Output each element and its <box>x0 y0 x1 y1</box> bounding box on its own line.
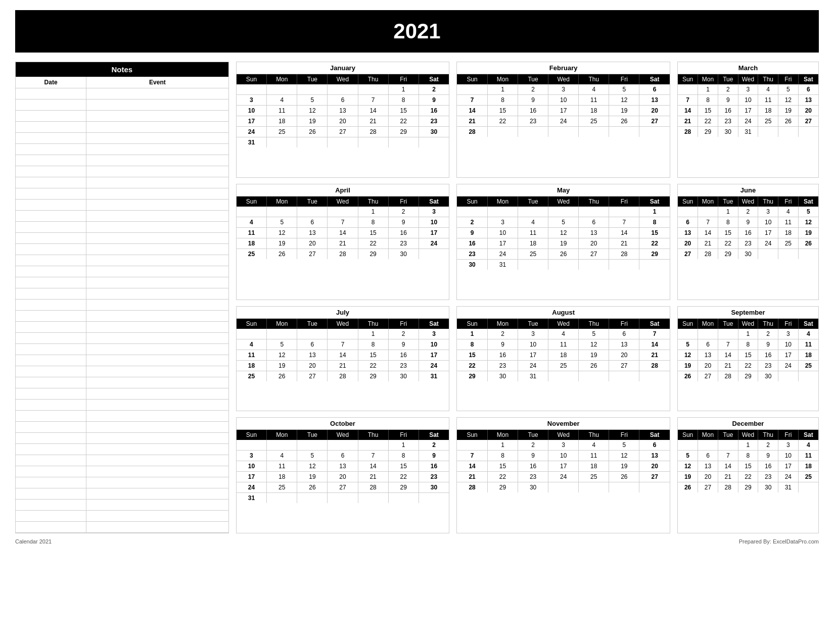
day-header: Fri <box>778 430 799 440</box>
cal-table: SunMonTueWedThuFriSat1234567891011121314… <box>678 319 818 381</box>
cal-day: 27 <box>328 482 358 493</box>
cal-day: 15 <box>487 106 518 116</box>
cal-day: 26 <box>678 482 698 493</box>
cal-day: 24 <box>738 116 758 127</box>
cal-day: 29 <box>487 482 518 493</box>
cal-day: 4 <box>548 329 579 339</box>
cal-day: 19 <box>579 350 609 360</box>
cal-day: 30 <box>758 482 778 493</box>
cal-day: 4 <box>798 329 818 339</box>
notes-row <box>16 188 228 200</box>
cal-day <box>678 440 698 451</box>
cal-day: 31 <box>237 493 267 504</box>
notes-event-cell <box>86 122 228 132</box>
notes-event-cell <box>86 222 228 232</box>
cal-day: 16 <box>758 350 778 360</box>
cal-day: 3 <box>237 451 267 461</box>
notes-event-cell <box>86 333 228 343</box>
cal-day: 28 <box>358 127 388 137</box>
cal-day: 7 <box>609 217 639 227</box>
cal-day: 9 <box>419 95 449 106</box>
footer-left: Calendar 2021 <box>15 538 52 544</box>
cal-day: 5 <box>609 84 639 95</box>
cal-day: 11 <box>267 106 297 116</box>
cal-day: 10 <box>758 217 778 227</box>
cal-day: 12 <box>798 217 818 227</box>
cal-day: 10 <box>237 461 267 472</box>
cal-day <box>798 249 818 259</box>
day-header: Wed <box>548 319 579 329</box>
cal-day: 21 <box>718 360 738 371</box>
year-header: 2021 <box>15 10 819 53</box>
cal-day: 6 <box>609 329 639 339</box>
cal-table: SunMonTueWedThuFriSat1234567891011121314… <box>237 196 449 259</box>
day-header: Wed <box>548 196 579 207</box>
cal-day <box>328 493 358 504</box>
cal-day: 10 <box>419 339 449 350</box>
notes-row <box>16 522 228 533</box>
cal-day <box>609 371 639 381</box>
cal-day: 22 <box>388 472 419 482</box>
cal-day: 7 <box>698 217 718 227</box>
cal-table: SunMonTueWedThuFriSat1234567891011121314… <box>237 319 449 381</box>
cal-day: 29 <box>358 371 388 381</box>
day-header: Tue <box>297 74 328 84</box>
notes-row <box>16 122 228 133</box>
month-title: January <box>237 62 449 74</box>
day-header: Wed <box>738 196 758 207</box>
day-header: Tue <box>518 196 548 207</box>
notes-row <box>16 166 228 177</box>
notes-date-cell <box>16 377 86 388</box>
cal-day: 28 <box>457 127 487 137</box>
cal-day: 8 <box>487 451 518 461</box>
cal-day: 23 <box>457 249 487 259</box>
cal-day: 10 <box>738 95 758 106</box>
day-header: Sun <box>457 430 487 440</box>
month-block-june: JuneSunMonTueWedThuFriSat123456789101112… <box>677 184 819 300</box>
cal-day: 29 <box>738 371 758 381</box>
cal-day: 22 <box>487 116 518 127</box>
day-header: Fri <box>778 74 799 84</box>
cal-day: 24 <box>778 360 799 371</box>
cal-day: 27 <box>798 116 818 127</box>
cal-day: 8 <box>738 339 758 350</box>
cal-day: 19 <box>778 106 799 116</box>
cal-table: SunMonTueWedThuFriSat1234567891011121314… <box>457 430 670 492</box>
cal-day: 9 <box>457 227 487 238</box>
cal-day: 14 <box>328 227 358 238</box>
cal-day: 6 <box>698 451 718 461</box>
day-header: Wed <box>548 430 579 440</box>
notes-date-cell <box>16 133 86 143</box>
day-header: Wed <box>328 430 358 440</box>
notes-date-cell <box>16 466 86 477</box>
cal-day: 26 <box>778 116 799 127</box>
cal-day: 18 <box>798 350 818 360</box>
cal-day <box>698 207 718 217</box>
cal-day: 11 <box>778 217 799 227</box>
cal-day: 16 <box>388 350 419 360</box>
cal-day: 3 <box>419 329 449 339</box>
notes-event-cell <box>86 411 228 421</box>
cal-day: 5 <box>267 339 297 350</box>
cal-day <box>267 207 297 217</box>
notes-row <box>16 444 228 455</box>
notes-date-cell <box>16 433 86 443</box>
notes-event-cell <box>86 88 228 99</box>
notes-row <box>16 100 228 111</box>
notes-row <box>16 144 228 155</box>
cal-day: 17 <box>758 227 778 238</box>
notes-date-cell <box>16 477 86 488</box>
cal-day <box>579 127 609 137</box>
cal-day: 25 <box>758 116 778 127</box>
cal-day: 28 <box>718 482 738 493</box>
day-header: Mon <box>487 196 518 207</box>
month-block-march: MarchSunMonTueWedThuFriSat12345678910111… <box>677 62 819 178</box>
cal-day: 1 <box>639 207 670 217</box>
cal-day <box>237 440 267 451</box>
cal-day <box>548 127 579 137</box>
cal-day: 17 <box>419 227 449 238</box>
cal-day: 4 <box>237 339 267 350</box>
cal-day: 20 <box>297 360 328 371</box>
day-header: Sat <box>639 319 670 329</box>
notes-date-cell <box>16 400 86 410</box>
